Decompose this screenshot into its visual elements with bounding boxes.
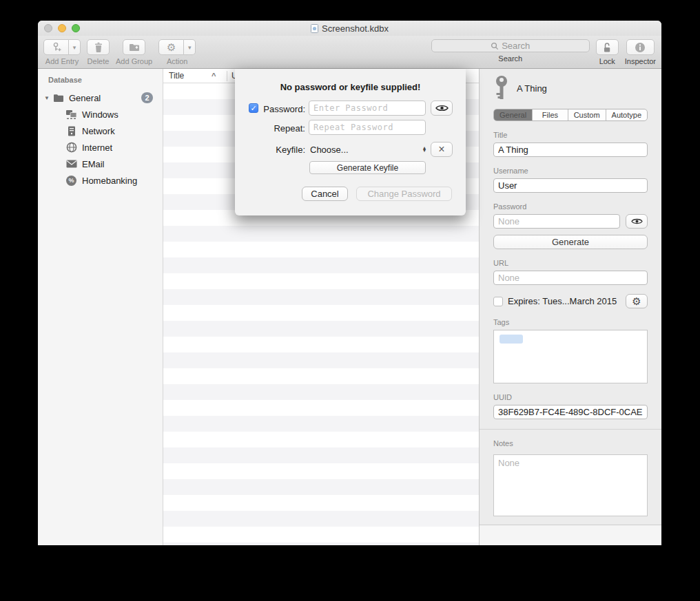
stepper-icon: ▴▾ xyxy=(423,147,426,153)
action-button[interactable]: ⚙ xyxy=(158,39,184,55)
repeat-label: Repeat: xyxy=(235,123,305,134)
enter-password-input[interactable] xyxy=(309,101,426,116)
eye-icon xyxy=(631,218,643,225)
tags-field[interactable] xyxy=(493,330,648,383)
title-bar: Screenshot.kdbx xyxy=(38,21,661,36)
chevron-down-icon: ▾ xyxy=(73,44,76,51)
sidebar-group-general[interactable]: ▼ General 2 xyxy=(38,89,163,106)
show-password-button[interactable] xyxy=(431,101,453,116)
entry-title: A Thing xyxy=(517,83,547,94)
expires-checkbox[interactable] xyxy=(493,297,503,306)
sidebar-item-network[interactable]: Network xyxy=(38,123,163,139)
inspector-panel: A Thing General Files Custom Autotype Ti… xyxy=(479,69,661,545)
lock-label: Lock xyxy=(599,57,615,65)
add-group-label: Add Group xyxy=(116,57,152,65)
action-dropdown-button[interactable]: ▾ xyxy=(184,39,196,55)
url-field-label: URL xyxy=(493,259,648,267)
inspector-group: Inspector xyxy=(625,39,656,65)
password-field[interactable] xyxy=(493,214,620,229)
tab-files[interactable]: Files xyxy=(533,109,568,120)
column-header-title[interactable]: Title xyxy=(163,71,212,81)
inspector-tabs: General Files Custom Autotype xyxy=(493,109,648,121)
sidebar-item-homebanking[interactable]: % Homebanking xyxy=(38,172,163,189)
inspector-label: Inspector xyxy=(625,57,656,65)
trash-icon xyxy=(94,42,103,52)
uuid-field-label: UUID xyxy=(493,393,648,401)
keyfile-label: Keyfile: xyxy=(235,145,305,155)
warning-message: No password or keyfile supplied! xyxy=(235,82,466,92)
disclosure-triangle-icon[interactable]: ▼ xyxy=(41,95,52,101)
gear-icon: ⚙ xyxy=(167,42,176,52)
notes-field[interactable] xyxy=(493,454,648,516)
sort-ascending-icon: ^ xyxy=(212,72,223,80)
username-field[interactable] xyxy=(493,178,648,193)
add-entry-button[interactable] xyxy=(43,39,69,55)
add-entry-group: ▾ Add Entry xyxy=(43,39,81,65)
search-icon xyxy=(491,42,499,50)
document-icon xyxy=(311,24,318,33)
uuid-field[interactable] xyxy=(493,405,648,419)
info-icon xyxy=(635,42,646,53)
sidebar-item-email[interactable]: EMail xyxy=(38,156,163,172)
generate-keyfile-button[interactable]: Generate Keyfile xyxy=(309,161,426,174)
inspector-button[interactable] xyxy=(626,39,655,55)
search-label: Search xyxy=(498,54,522,63)
delete-button[interactable] xyxy=(87,39,110,55)
add-group-group: Add Group xyxy=(116,39,152,65)
window-title-area: Screenshot.kdbx xyxy=(38,23,661,34)
tab-custom[interactable]: Custom xyxy=(568,109,606,120)
expires-label: Expires: Tues...March 2015 xyxy=(508,296,617,306)
window-title: Screenshot.kdbx xyxy=(322,23,389,34)
keyfile-popup[interactable]: Choose... ▴▾ xyxy=(310,142,426,157)
search-placeholder: Search xyxy=(502,41,530,51)
close-icon: × xyxy=(438,144,444,155)
sidebar-header-database: Database xyxy=(38,76,163,84)
sidebar-item-label: Windows xyxy=(82,109,119,120)
repeat-password-input[interactable] xyxy=(309,120,426,135)
sidebar-group-label: General xyxy=(69,93,101,103)
clear-keyfile-button[interactable]: × xyxy=(431,142,453,157)
cancel-button[interactable]: Cancel xyxy=(302,187,348,201)
title-field[interactable] xyxy=(493,143,648,157)
title-field-label: Title xyxy=(493,131,648,139)
lock-open-icon xyxy=(602,42,612,53)
sidebar-item-label: Internet xyxy=(82,143,112,153)
action-group: ⚙ ▾ Action xyxy=(158,39,196,65)
eye-icon xyxy=(435,104,449,112)
search-input[interactable]: Search xyxy=(431,39,590,52)
lock-button[interactable] xyxy=(596,39,619,55)
percent-circle-icon: % xyxy=(65,175,77,187)
notes-field-label: Notes xyxy=(493,439,648,447)
globe-icon xyxy=(65,142,77,154)
app-window: Screenshot.kdbx ▾ Add Entry Delete xyxy=(38,21,661,545)
tab-general[interactable]: General xyxy=(494,109,533,120)
sidebar-item-internet[interactable]: Internet xyxy=(38,139,163,156)
folder-icon xyxy=(52,92,64,104)
envelope-icon xyxy=(65,158,77,170)
generate-password-button[interactable]: Generate xyxy=(493,235,648,249)
add-group-button[interactable] xyxy=(123,39,145,55)
sidebar-item-label: Network xyxy=(82,126,115,136)
entry-count-badge: 2 xyxy=(141,92,153,103)
action-label: Action xyxy=(167,57,188,65)
expires-settings-button[interactable]: ⚙ xyxy=(626,294,648,308)
sidebar-item-windows[interactable]: Windows xyxy=(38,106,163,123)
add-entry-dropdown-button[interactable]: ▾ xyxy=(69,39,81,55)
toolbar: ▾ Add Entry Delete Add Group ⚙ ▾ Action xyxy=(38,36,661,69)
url-field[interactable] xyxy=(493,271,648,285)
chevron-down-icon: ▾ xyxy=(188,44,192,51)
lock-group: Lock xyxy=(596,39,619,65)
password-field-label: Password xyxy=(493,202,648,211)
change-password-button[interactable]: Change Password xyxy=(356,187,452,201)
folder-plus-icon xyxy=(129,43,140,52)
tab-autotype[interactable]: Autotype xyxy=(606,109,647,120)
server-icon xyxy=(65,125,77,137)
key-plus-icon xyxy=(51,42,61,52)
reveal-password-button[interactable] xyxy=(626,214,648,229)
sidebar-item-label: EMail xyxy=(82,159,105,169)
username-field-label: Username xyxy=(493,167,648,175)
add-entry-label: Add Entry xyxy=(45,57,79,65)
change-password-sheet: No password or keyfile supplied! ✓ Passw… xyxy=(235,69,466,215)
delete-label: Delete xyxy=(88,57,110,65)
tag-token[interactable] xyxy=(500,335,523,344)
